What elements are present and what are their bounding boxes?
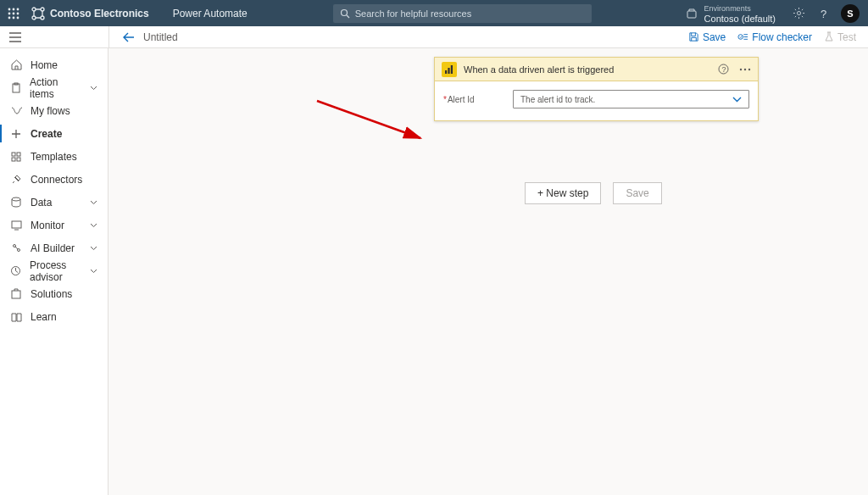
command-bar-actions: Save Flow checker Test [688, 31, 868, 43]
sidebar-item-label: Home [31, 59, 58, 71]
svg-rect-33 [451, 65, 453, 74]
back-button[interactable] [123, 32, 135, 42]
sidebar-item-label: Process advisor [30, 259, 81, 283]
sidebar-item-ai-builder[interactable]: AI Builder [0, 236, 108, 259]
sidebar-item-learn[interactable]: Learn [0, 305, 108, 328]
chevron-down-icon [90, 223, 97, 228]
sidebar-item-templates[interactable]: Templates [0, 145, 108, 168]
card-help-button[interactable]: ? [718, 64, 729, 75]
sidebar-item-monitor[interactable]: Monitor [0, 214, 108, 236]
svg-rect-24 [17, 158, 20, 161]
sidebar-toggle[interactable] [0, 32, 30, 42]
sidebar-item-label: Monitor [31, 220, 64, 231]
svg-rect-22 [17, 153, 20, 156]
param-label: *Alert Id [443, 95, 504, 104]
flow-actions: + New step Save [525, 182, 662, 204]
save-button[interactable]: Save [688, 31, 726, 43]
chevron-down-icon [90, 86, 97, 91]
card-menu-button[interactable] [739, 68, 751, 71]
svg-point-25 [12, 197, 20, 201]
sidebar-item-my-flows[interactable]: My flows [0, 99, 108, 122]
sidebar-item-label: AI Builder [31, 242, 75, 254]
new-step-button[interactable]: + New step [525, 182, 601, 204]
sidebar-item-solutions[interactable]: Solutions [0, 282, 108, 305]
monitor-icon [10, 220, 22, 231]
environment-label: Environments [704, 3, 776, 14]
arrow-left-icon [123, 32, 135, 42]
save-flow-button[interactable]: Save [613, 182, 661, 204]
svg-line-39 [317, 101, 420, 138]
flask-icon [824, 31, 834, 42]
powerbi-logo-icon [442, 62, 457, 77]
settings-button[interactable] [793, 7, 805, 19]
svg-point-2 [16, 8, 19, 10]
help-icon: ? [718, 64, 729, 75]
app-name: Power Automate [173, 8, 248, 19]
svg-text:?: ? [821, 8, 826, 19]
main-layout: HomeAction itemsMy flowsCreateTemplatesC… [0, 48, 868, 495]
sidebar-item-label: Create [31, 128, 62, 140]
svg-line-14 [347, 15, 349, 18]
environment-icon [686, 8, 698, 19]
svg-text:?: ? [722, 65, 726, 74]
search-input[interactable] [355, 8, 585, 19]
top-header: Contoso Electronics Power Automate Envir… [0, 0, 868, 26]
avatar[interactable]: S [841, 4, 860, 23]
sidebar-item-connectors[interactable]: Connectors [0, 168, 108, 191]
breadcrumb: Untitled [109, 31, 178, 43]
environment-picker[interactable]: Environments Contoso (default) [677, 3, 784, 24]
trigger-card-header[interactable]: When a data driven alert is triggered ? [435, 58, 758, 81]
command-bar: Untitled Save Flow checker Test [0, 26, 868, 48]
grid-icon [10, 152, 22, 162]
sidebar-item-label: Learn [31, 311, 57, 323]
flow-checker-button[interactable]: Flow checker [737, 31, 812, 43]
svg-point-9 [32, 8, 36, 11]
app-launcher-button[interactable] [0, 0, 26, 26]
svg-point-6 [8, 16, 10, 19]
alert-id-dropdown[interactable]: The alert id to track. [513, 90, 749, 108]
sidebar-item-create[interactable]: Create [0, 122, 108, 145]
svg-point-37 [744, 68, 746, 70]
brand-name: Contoso Electronics [50, 8, 149, 19]
svg-point-8 [16, 16, 19, 19]
search-box[interactable] [333, 4, 592, 23]
svg-point-5 [16, 12, 19, 14]
svg-point-36 [740, 68, 742, 70]
annotation-arrow [314, 97, 432, 148]
svg-rect-23 [12, 158, 15, 161]
test-button[interactable]: Test [824, 31, 856, 43]
sidebar-item-action-items[interactable]: Action items [0, 76, 108, 99]
svg-point-3 [8, 12, 10, 14]
trigger-card[interactable]: When a data driven alert is triggered ? … [434, 57, 759, 121]
learn-icon [10, 312, 22, 322]
ellipsis-icon [739, 68, 751, 71]
environment-value: Contoso (default) [704, 14, 776, 24]
avatar-initial: S [847, 8, 853, 19]
brand-logo-icon [31, 7, 45, 20]
sidebar-item-home[interactable]: Home [0, 53, 108, 76]
svg-point-4 [12, 12, 14, 14]
sidebar-item-process-advisor[interactable]: Process advisor [0, 259, 108, 282]
process-icon [10, 265, 21, 276]
gear-icon [793, 7, 805, 19]
sidebar: HomeAction itemsMy flowsCreateTemplatesC… [0, 48, 108, 495]
search-icon [340, 8, 350, 19]
help-button[interactable]: ? [817, 8, 829, 19]
chevron-down-icon [90, 200, 97, 205]
search-wrap [248, 4, 677, 23]
plug-icon [10, 174, 22, 185]
sidebar-item-data[interactable]: Data [0, 191, 108, 214]
svg-point-38 [748, 68, 750, 70]
svg-point-7 [12, 16, 14, 19]
alert-id-placeholder: The alert id to track. [520, 95, 595, 104]
test-label: Test [837, 31, 856, 43]
flow-checker-label: Flow checker [752, 31, 812, 43]
plus-icon [10, 129, 22, 139]
sidebar-item-label: Data [31, 197, 52, 209]
save-icon [688, 31, 699, 42]
svg-rect-32 [448, 68, 449, 74]
svg-point-0 [8, 8, 10, 10]
flow-title[interactable]: Untitled [143, 31, 178, 43]
flows-icon [10, 105, 22, 116]
trigger-card-title: When a data driven alert is triggered [464, 64, 711, 75]
